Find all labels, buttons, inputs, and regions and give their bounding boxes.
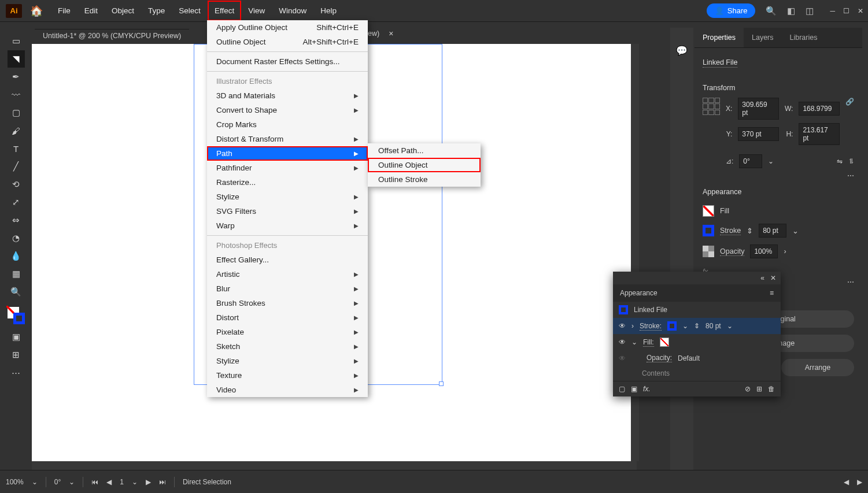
submenu-outline-object[interactable]: Outline Object [368,158,481,172]
zoom-level[interactable]: 100% [6,478,24,486]
menu-distort[interactable]: Distort▶ [207,310,368,325]
screen-mode-tool[interactable]: ⊞ [8,346,25,364]
status-scroll-left-icon[interactable]: ◀ [844,478,849,486]
pen-tool[interactable]: ✒ [8,68,25,86]
stroke-color-swatch[interactable] [667,321,677,331]
stroke-weight-value[interactable]: 80 pt [706,322,721,330]
edit-toolbar[interactable]: ⋯ [8,364,25,381]
menu-3d-materials[interactable]: 3D and Materials▶ [207,88,368,103]
menu-pixelate[interactable]: Pixelate▶ [207,325,368,339]
trash-icon[interactable]: 🗑 [768,385,775,393]
menu-effect-gallery[interactable]: Effect Gallery... [207,253,368,267]
add-fx-icon[interactable]: fx. [643,385,651,393]
h-input[interactable]: 213.617 pt [799,123,840,145]
fill-swatch-none[interactable] [703,205,714,217]
menu-crop-marks[interactable]: Crop Marks [207,117,368,132]
opacity-input[interactable]: 100% [750,244,778,258]
reference-point[interactable] [703,98,720,115]
artboard-number[interactable]: 1 [120,478,124,486]
y-input[interactable]: 370 pt [738,127,779,141]
artboard-prev-icon[interactable]: ◀ [106,478,112,486]
opacity-more-icon[interactable]: › [784,247,786,255]
rectangle-tool[interactable]: ▢ [8,104,25,121]
rotate-tool[interactable]: ⟲ [8,176,25,193]
collapse-icon[interactable]: ⌄ [631,338,637,346]
menu-outline-object[interactable]: Outline Object Alt+Shift+Ctrl+E [207,35,368,49]
artboard-prev-first-icon[interactable]: ⏮ [91,478,98,486]
flip-h-icon[interactable]: ⇋ [837,157,843,165]
stroke-swatch[interactable] [13,313,25,324]
appearance-more-icon[interactable]: ⋯ [847,278,854,286]
menu-warp[interactable]: Warp▶ [207,218,368,233]
appearance-contents-row[interactable]: Contents [613,366,781,381]
panel-close-icon[interactable]: ✕ [770,274,776,282]
eye-icon[interactable]: 👁 [619,338,626,346]
shape-builder-tool[interactable]: ◔ [8,229,25,247]
color-mode-row[interactable]: ▣ [8,328,25,346]
angle-dropdown-icon[interactable]: ⌄ [768,157,774,165]
stroke-label[interactable]: Stroke [720,227,741,235]
menu-convert-shape[interactable]: Convert to Shape▶ [207,103,368,117]
menu-view[interactable]: View [241,1,272,21]
fill-stroke-control[interactable] [8,307,25,324]
menu-file[interactable]: File [51,1,77,21]
menu-stylize-ps[interactable]: Stylize▶ [207,354,368,368]
width-tool[interactable]: ⇔ [8,212,25,229]
paintbrush-tool[interactable]: 🖌 [8,122,25,139]
menu-object[interactable]: Object [105,1,141,21]
menu-video[interactable]: Video▶ [207,383,368,397]
new-fill-icon[interactable]: ▢ [619,385,625,393]
line-tool[interactable]: ╱ [8,158,25,175]
submenu-offset-path[interactable]: Offset Path... [368,143,481,158]
menu-texture[interactable]: Texture▶ [207,368,368,383]
menu-type[interactable]: Type [141,1,172,21]
home-icon[interactable]: 🏠 [30,5,43,17]
artboard-next-last-icon[interactable]: ⏭ [159,478,166,486]
appearance-floating-panel[interactable]: « ✕ Appearance ≡ Linked File 👁 › Stroke:… [613,272,781,396]
new-stroke-icon[interactable]: ▣ [631,385,637,393]
menu-stylize[interactable]: Stylize▶ [207,190,368,204]
share-button[interactable]: 👤 Share [707,3,756,18]
tab-properties[interactable]: Properties [695,28,744,47]
menu-edit[interactable]: Edit [77,1,105,21]
scrollbar-vertical[interactable] [631,44,639,461]
panel-menu-icon[interactable]: ≡ [770,289,774,297]
document-tab-1[interactable]: Untitled-1* @ 200 % (CMYK/CPU Preview) [35,29,189,42]
stroke-weight-stepper[interactable]: ⇕ [694,322,700,330]
minimize-icon[interactable]: ─ [830,7,835,15]
artboard-next-icon[interactable]: ▶ [146,478,151,486]
lock-aspect-icon[interactable]: 🔗 [845,98,854,106]
x-input[interactable]: 309.659 pt [738,98,779,120]
opacity-row-label[interactable]: Opacity: [647,354,672,362]
eye-icon[interactable]: 👁 [619,322,626,330]
menu-select[interactable]: Select [172,1,208,21]
menu-distort-transform[interactable]: Distort & Transform▶ [207,132,368,146]
stroke-weight-dropdown[interactable]: ⌄ [727,322,733,330]
appearance-linked-file-row[interactable]: Linked File [613,302,781,318]
comments-icon[interactable]: 💬 [676,45,688,56]
search-icon[interactable]: 🔍 [766,6,777,16]
tab-layers[interactable]: Layers [744,28,782,47]
stroke-weight-input[interactable]: 80 pt [759,224,786,238]
menu-artistic[interactable]: Artistic▶ [207,267,368,281]
stroke-row-label[interactable]: Stroke: [640,322,662,331]
direct-selection-tool[interactable]: ◥ [8,50,25,68]
w-input[interactable]: 168.9799 [799,102,840,116]
maximize-icon[interactable]: ☐ [843,7,849,15]
zoom-tool[interactable]: 🔍 [8,283,25,301]
expand-icon[interactable]: › [631,322,634,330]
menu-pathfinder[interactable]: Pathfinder▶ [207,161,368,175]
menu-effect[interactable]: Effect [208,1,241,21]
rotate-value[interactable]: 0° [54,478,61,486]
close-icon[interactable]: ✕ [858,7,863,15]
workspace-icon[interactable]: ◫ [806,6,814,16]
zoom-dropdown-icon[interactable]: ⌄ [32,478,38,486]
menu-svg-filters[interactable]: SVG Filters▶ [207,204,368,218]
duplicate-icon[interactable]: ⊞ [756,385,762,393]
artboard-dropdown-icon[interactable]: ⌄ [132,478,138,486]
menu-help[interactable]: Help [313,1,343,21]
arrange-docs-icon[interactable]: ◧ [787,6,795,16]
close-tab-icon[interactable]: × [389,29,393,38]
stroke-swatch-blue[interactable] [703,225,714,236]
appearance-stroke-row[interactable]: 👁 › Stroke: ⌄ ⇕ 80 pt ⌄ [613,318,781,334]
